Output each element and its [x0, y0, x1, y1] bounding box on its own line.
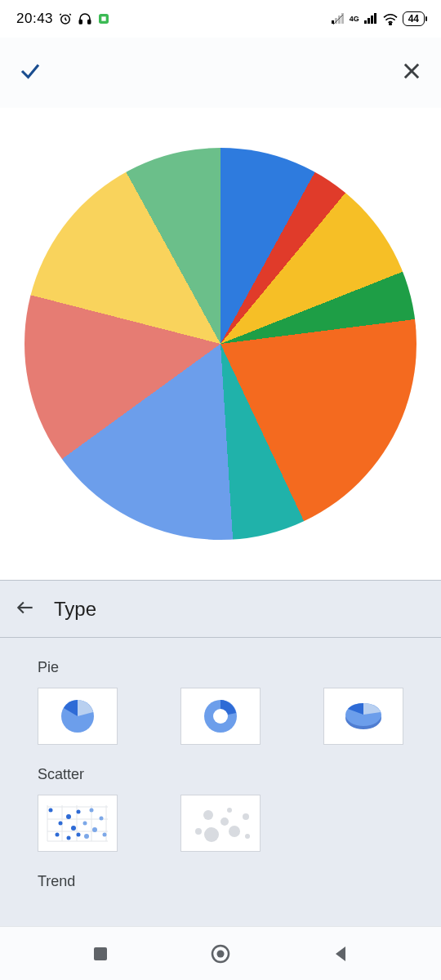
battery-indicator: 44 [403, 11, 425, 26]
signal-2-icon [363, 13, 378, 24]
signal-1-icon [331, 13, 345, 24]
svg-point-34 [92, 827, 97, 832]
svg-rect-4 [101, 16, 105, 20]
chart-type-pie[interactable] [38, 688, 118, 745]
svg-point-23 [49, 808, 53, 813]
chart-type-scatter[interactable] [38, 795, 118, 852]
status-bar: 20:43 4G 44 [0, 0, 441, 38]
sheet-title: Type [54, 598, 96, 621]
nav-back-button[interactable] [324, 938, 357, 970]
svg-point-24 [56, 833, 60, 837]
svg-point-47 [216, 950, 224, 957]
svg-point-36 [103, 833, 107, 837]
chart-type-donut[interactable] [180, 688, 261, 745]
svg-point-25 [59, 822, 63, 826]
network-type-label: 4G [350, 15, 359, 23]
editor-action-bar [0, 38, 441, 108]
svg-point-37 [195, 828, 202, 835]
svg-point-38 [203, 810, 213, 820]
sheet-header: Type [0, 581, 441, 638]
headphones-icon [78, 11, 92, 26]
svg-point-39 [204, 827, 219, 842]
svg-rect-45 [94, 947, 107, 960]
chart-type-sheet: Type Pie [0, 580, 441, 926]
svg-point-42 [229, 826, 240, 837]
svg-point-29 [77, 810, 81, 814]
svg-point-31 [83, 822, 87, 826]
confirm-button[interactable] [18, 59, 42, 87]
svg-point-5 [389, 23, 390, 24]
section-label-trend: Trend [38, 873, 426, 890]
svg-point-43 [243, 813, 249, 820]
status-time: 20:43 [16, 11, 53, 27]
svg-point-28 [71, 826, 76, 831]
svg-point-40 [220, 817, 229, 826]
back-button[interactable] [15, 597, 36, 621]
svg-point-33 [90, 808, 94, 813]
wifi-icon [382, 12, 399, 25]
app-badge-icon [97, 12, 110, 25]
chart-type-3d-pie[interactable] [323, 688, 403, 745]
svg-point-26 [66, 814, 71, 819]
android-nav-bar [0, 926, 441, 980]
svg-point-41 [227, 808, 232, 813]
chart-type-bubble[interactable] [180, 795, 261, 852]
svg-rect-1 [79, 20, 82, 24]
section-label-scatter: Scatter [38, 766, 426, 783]
pie-chart [24, 148, 416, 540]
svg-point-35 [100, 817, 104, 821]
svg-point-44 [245, 834, 250, 839]
alarm-icon [58, 11, 73, 26]
svg-point-27 [67, 836, 71, 840]
svg-rect-2 [88, 20, 91, 24]
close-button[interactable] [400, 60, 423, 86]
section-label-pie: Pie [38, 659, 426, 676]
svg-point-30 [77, 833, 81, 837]
nav-recent-button[interactable] [84, 938, 117, 970]
svg-point-32 [84, 834, 89, 839]
nav-home-button[interactable] [204, 938, 237, 970]
chart-preview [0, 108, 441, 580]
svg-point-11 [213, 709, 228, 724]
